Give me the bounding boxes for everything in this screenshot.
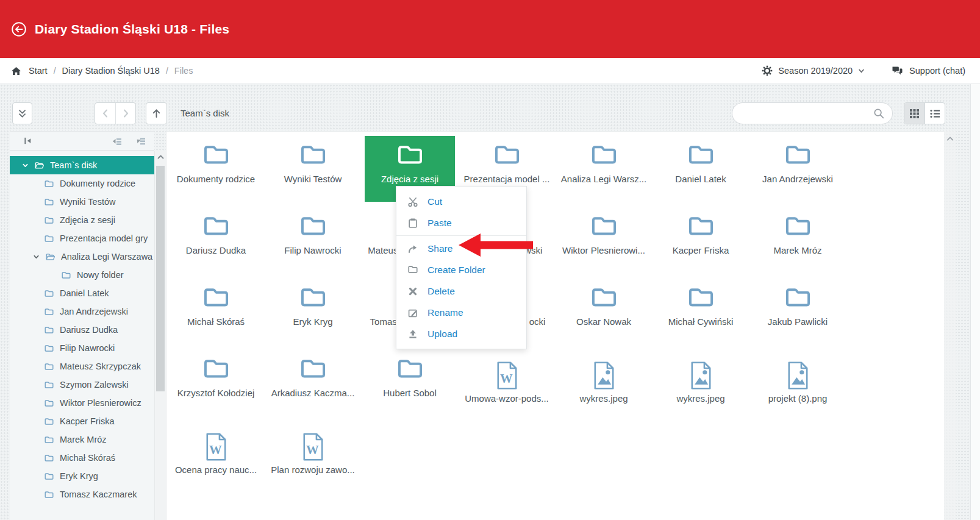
tree-item-kacper-friska[interactable]: Kacper Friska [10, 412, 154, 430]
tree-item-daniel-latek[interactable]: Daniel Latek [10, 284, 154, 302]
scrollbar-thumb[interactable] [156, 166, 165, 391]
content-scrollbar[interactable] [944, 131, 956, 520]
paste-icon [407, 218, 418, 229]
folder-icon [687, 136, 715, 172]
tree-item-team-s-disk[interactable]: Team`s disk [10, 156, 154, 174]
file-tile-wykres-jpeg[interactable]: wykres.jpeg [656, 350, 746, 416]
file-tile-wykres-jpeg[interactable]: wykres.jpeg [559, 350, 649, 416]
context-menu-item-upload[interactable]: Upload [396, 323, 526, 344]
breadcrumb-item-start[interactable]: Start [29, 66, 48, 76]
svg-text:W: W [209, 443, 222, 457]
collapse-all-icon[interactable] [112, 136, 122, 146]
file-tile-dokumenty-rodzice[interactable]: Dokumenty rodzice [171, 136, 261, 202]
menu-separator [396, 235, 526, 236]
collapse-panel-button[interactable] [12, 102, 32, 124]
tree-item-nowy-folder[interactable]: Nowy folder [10, 266, 154, 284]
share-icon [407, 243, 418, 254]
file-tile-marek-mróz[interactable]: Marek Mróz [753, 207, 843, 273]
context-menu-item-delete[interactable]: Delete [396, 280, 526, 302]
tree-item-prezentacja-model-gry[interactable]: Prezentacja model gry [10, 229, 154, 248]
list-view-icon [930, 109, 940, 118]
scroll-up-icon[interactable] [944, 136, 956, 141]
file-tile-daniel-latek[interactable]: Daniel Latek [656, 136, 746, 202]
svg-text:W: W [306, 443, 319, 457]
upload-icon [407, 329, 418, 340]
tree-item-zdjęcia-z-sesji[interactable]: Zdjęcia z sesji [10, 211, 154, 229]
file-tile-oskar-nowak[interactable]: Oskar Nowak [559, 279, 649, 344]
tree-item-michał-skóraś[interactable]: Michał Skóraś [10, 449, 154, 467]
file-tile-arkadiusz-kaczma[interactable]: Arkadiusz Kaczma... [268, 350, 358, 416]
file-tile-wyniki-testów[interactable]: Wyniki Testów [268, 136, 358, 202]
file-tile-michał-skóraś[interactable]: Michał Skóraś [171, 279, 261, 344]
sidebar-scrollbar[interactable] [154, 151, 166, 520]
search-input[interactable] [742, 109, 873, 118]
up-directory-button[interactable] [146, 102, 167, 124]
context-menu-item-cut[interactable]: Cut [396, 191, 526, 212]
forward-nav-button[interactable] [115, 103, 135, 124]
folder-tree: Team`s diskDokumenty rodziceWyniki Testó… [10, 151, 154, 504]
tree-item-filip-nawrocki[interactable]: Filip Nawrocki [10, 339, 154, 357]
file-tile-kacper-friska[interactable]: Kacper Friska [656, 207, 746, 273]
folder-icon [44, 198, 54, 206]
file-tile-ocena-pracy-nauc[interactable]: WOcena pracy nauc... [171, 421, 261, 487]
tree-item-marek-mróz[interactable]: Marek Mróz [10, 430, 154, 449]
breadcrumb-item-diary-stadion-śląski-u18[interactable]: Diary Stadion Śląski U18 [62, 66, 160, 76]
folder-icon [61, 271, 71, 279]
page-scrollbar[interactable] [970, 84, 980, 520]
breadcrumb-separator: / [54, 66, 56, 76]
file-tile-analiza-legi-warsz[interactable]: Analiza Legi Warsz... [559, 136, 649, 202]
scroll-up-icon[interactable] [155, 154, 166, 160]
tree-item-tomasz-kaczmarek[interactable]: Tomasz Kaczmarek [10, 485, 154, 504]
tree-item-szymon-zalewski[interactable]: Szymon Zalewski [10, 376, 154, 394]
tree-item-wiktor-plesnierowicz[interactable]: Wiktor Plesnierowicz [10, 394, 154, 412]
file-tile-jakub-pawlicki[interactable]: Jakub Pawlicki [753, 279, 843, 344]
support-chat-button[interactable]: Support (chat) [892, 66, 965, 76]
folder-icon [44, 289, 54, 297]
home-icon[interactable] [11, 66, 21, 76]
folder-icon [44, 344, 54, 352]
tree-item-analiza-legi-warszawa[interactable]: Analiza Legi Warszawa [10, 248, 154, 266]
tree-item-dokumenty-rodzice[interactable]: Dokumenty rodzice [10, 174, 154, 193]
tree-item-dariusz-dudka[interactable]: Dariusz Dudka [10, 321, 154, 339]
context-menu: CutPasteShareCreate FolderDeleteRenameUp… [396, 186, 527, 349]
file-tile-hubert-sobol[interactable]: Hubert Sobol [365, 350, 455, 416]
back-icon[interactable] [11, 21, 27, 37]
file-tile-plan-rozwoju-zawo[interactable]: WPlan rozwoju zawo... [268, 421, 358, 487]
file-tile-dariusz-dudka[interactable]: Dariusz Dudka [171, 207, 261, 273]
image-file-icon [593, 350, 615, 391]
file-tile-michał-cywiński[interactable]: Michał Cywiński [656, 279, 746, 344]
context-menu-item-share[interactable]: Share [396, 238, 526, 259]
grid-view-button[interactable] [904, 103, 925, 124]
folder-icon [299, 350, 327, 386]
folder-icon [493, 136, 521, 172]
context-menu-item-paste[interactable]: Paste [396, 212, 526, 233]
file-tile-eryk-kryg[interactable]: Eryk Kryg [268, 279, 358, 344]
context-menu-item-create-folder[interactable]: Create Folder [396, 259, 526, 280]
file-tile-projekt-8-png[interactable]: projekt (8).png [753, 350, 843, 416]
file-tile-wiktor-plesnierowi[interactable]: Wiktor Plesnierowi... [559, 207, 649, 273]
tree-item-wyniki-testów[interactable]: Wyniki Testów [10, 193, 154, 211]
folder-tree-panel: Team`s diskDokumenty rodziceWyniki Testó… [10, 131, 154, 520]
folder-icon [299, 207, 327, 243]
create-folder-icon [407, 265, 418, 276]
list-view-button[interactable] [925, 103, 945, 124]
back-nav-button[interactable] [95, 103, 115, 124]
file-tile-umowa-wzor-pods[interactable]: WUmowa-wzor-pods... [462, 350, 552, 416]
folder-icon [396, 136, 424, 172]
folder-icon [784, 136, 812, 172]
arrow-up-icon [151, 107, 162, 119]
file-tile-filip-nawrocki[interactable]: Filip Nawrocki [268, 207, 358, 273]
expand-all-icon[interactable] [135, 136, 146, 146]
tree-item-jan-andrzejewski[interactable]: Jan Andrzejewski [10, 302, 154, 321]
context-menu-item-rename[interactable]: Rename [396, 302, 526, 323]
tree-panel-header [10, 132, 154, 151]
season-selector[interactable]: Season 2019/2020 [762, 65, 865, 76]
tree-item-eryk-kryg[interactable]: Eryk Kryg [10, 467, 154, 485]
collapse-sidebar-icon[interactable] [23, 136, 33, 146]
file-tile-krzysztof-kołodziej[interactable]: Krzysztof Kołodziej [171, 350, 261, 416]
search-icon[interactable] [873, 108, 884, 119]
gear-icon [762, 65, 773, 76]
folder-icon [44, 490, 54, 499]
file-tile-jan-andrzejewski[interactable]: Jan Andrzejewski [753, 136, 843, 202]
tree-item-mateusz-skrzypczak[interactable]: Mateusz Skrzypczak [10, 357, 154, 376]
